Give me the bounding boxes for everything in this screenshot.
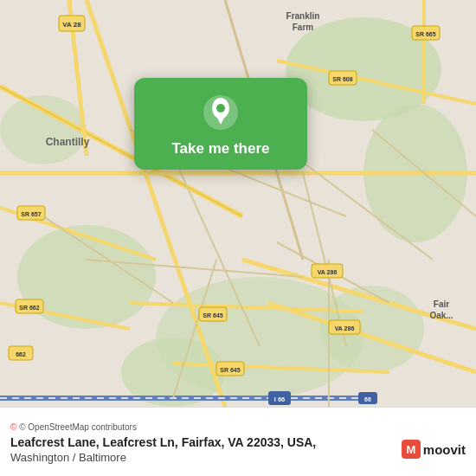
take-me-there-label: Take me there [171,140,269,158]
moovit-text: moovit [423,442,466,457]
svg-text:Chantilly: Chantilly [46,136,90,148]
map-credit: © © OpenStreetMap contributors [10,422,466,432]
svg-text:66: 66 [364,396,371,402]
svg-text:Fair: Fair [434,299,449,309]
svg-text:VA 286: VA 286 [335,325,355,331]
city-text: Washington / Baltimore [10,451,316,464]
svg-text:VA 286: VA 286 [318,269,338,275]
svg-text:SR 657: SR 657 [21,211,41,217]
moovit-logo: M moovit [402,440,466,459]
svg-text:SR 645: SR 645 [203,312,222,318]
svg-text:SR 662: SR 662 [19,305,39,311]
svg-text:Franklin: Franklin [286,11,320,21]
svg-text:M: M [406,443,415,456]
svg-text:Oak...: Oak... [429,311,453,320]
svg-text:I 66: I 66 [274,396,286,403]
svg-text:SR 645: SR 645 [220,367,240,373]
address-text: Leafcrest Lane, Leafcrest Ln, Fairfax, V… [10,435,316,449]
svg-text:SR 665: SR 665 [415,31,435,37]
bottom-info-bar: © © OpenStreetMap contributors Leafcrest… [0,407,476,476]
svg-text:SR 608: SR 608 [332,76,352,82]
svg-point-65 [216,104,225,113]
svg-text:Farm: Farm [293,23,314,32]
svg-text:VA 28: VA 28 [62,21,81,29]
take-me-there-button[interactable]: Take me there [134,78,307,170]
map-area: VA 28 SR 665 SR 608 SR 657 SR 662 662 SR… [0,0,476,407]
svg-text:662: 662 [16,351,26,357]
location-pin-icon [202,93,240,132]
svg-point-5 [0,95,87,164]
moovit-icon: M [402,440,421,459]
